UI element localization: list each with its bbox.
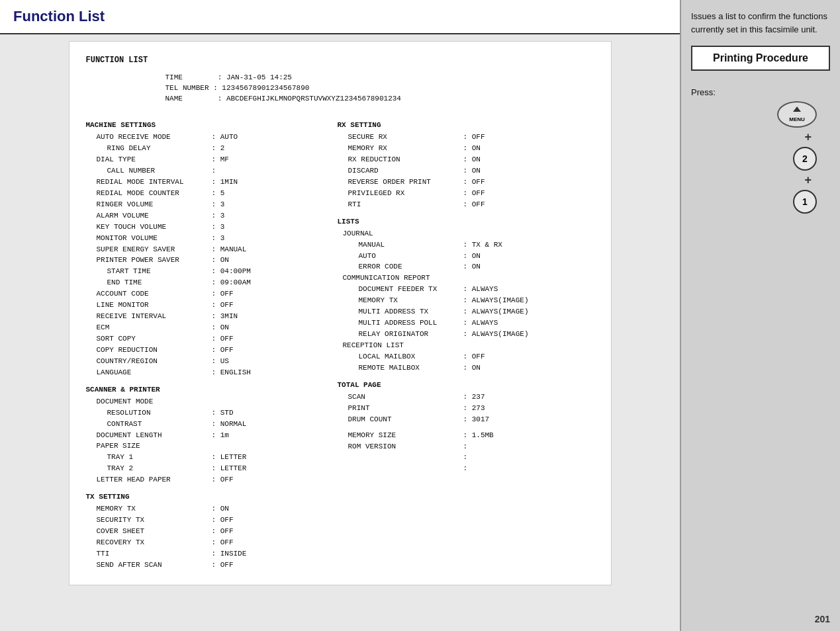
fl-label: RELAY ORIGINATOR bbox=[338, 329, 463, 340]
fl-label: PAPER SIZE bbox=[86, 441, 212, 452]
fl-label: MONITOR VOLUME bbox=[86, 233, 212, 244]
fl-row: SEND AFTER SCAN: OFF bbox=[86, 560, 338, 571]
fl-value bbox=[212, 441, 265, 452]
fl-value: : US bbox=[212, 357, 265, 367]
fl-label: PRINT bbox=[338, 403, 463, 414]
fl-row: JOURNAL bbox=[338, 229, 594, 239]
tx-setting-header: TX SETTING bbox=[86, 492, 338, 503]
fl-row: PRINT: 273 bbox=[338, 403, 594, 414]
fl-row: MEMORY TX: ALWAYS(IMAGE) bbox=[338, 296, 594, 306]
fl-row: RX REDUCTION: ON bbox=[338, 155, 594, 165]
fl-value: : 1m bbox=[212, 431, 265, 441]
fl-label: KEY TOUCH VOLUME bbox=[86, 222, 212, 233]
fl-row: TTI: INSIDE bbox=[86, 549, 338, 560]
fl-label: RX REDUCTION bbox=[338, 155, 463, 165]
fl-row: MEMORY SIZE: 1.5MB bbox=[338, 431, 594, 441]
fl-label: SUPER ENERGY SAVER bbox=[86, 245, 212, 255]
fl-value: : 1.5MB bbox=[463, 431, 516, 441]
fl-label: RECEIVE INTERVAL bbox=[86, 312, 212, 322]
menu-button[interactable]: MENU bbox=[777, 101, 817, 128]
fl-value: : ALWAYS bbox=[463, 318, 516, 329]
fl-row: COPY REDUCTION: OFF bbox=[86, 345, 338, 356]
fl-label: START TIME bbox=[86, 267, 212, 277]
fl-row: RELAY ORIGINATOR: ALWAYS(IMAGE) bbox=[338, 329, 594, 340]
fl-row: REDIAL MODE COUNTER: 5 bbox=[86, 189, 338, 199]
fl-value: : OFF bbox=[463, 352, 516, 362]
fl-label: TTI bbox=[86, 549, 212, 560]
fl-row: : bbox=[338, 452, 594, 463]
fl-value: : OFF bbox=[463, 132, 516, 143]
rx-setting-header: RX SETTING bbox=[338, 120, 594, 131]
fl-tel-value: : 12345678901234567890 bbox=[213, 84, 309, 92]
fl-label: COPY REDUCTION bbox=[86, 345, 212, 356]
fl-label: RECOVERY TX bbox=[86, 538, 212, 548]
fl-label: SECURE RX bbox=[338, 132, 463, 143]
fl-value: : bbox=[463, 452, 516, 463]
fl-label: ECM bbox=[86, 323, 212, 333]
fl-label: COVER SHEET bbox=[86, 526, 212, 537]
fl-label: MEMORY TX bbox=[338, 296, 463, 306]
fl-label: TRAY 1 bbox=[86, 452, 212, 463]
fl-label bbox=[338, 452, 463, 463]
fl-label: AUTO bbox=[338, 251, 463, 262]
fl-value: : bbox=[463, 464, 516, 474]
fl-label: DOCUMENT LENGTH bbox=[86, 431, 212, 441]
fl-row: ACCOUNT CODE: OFF bbox=[86, 289, 338, 300]
fl-label: LOCAL MAILBOX bbox=[338, 352, 463, 362]
memory-rom-section: MEMORY SIZE: 1.5MB ROM VERSION: : : bbox=[338, 431, 594, 475]
fl-row: AUTO RECEIVE MODE: AUTO bbox=[86, 132, 338, 143]
fl-row: DIAL TYPE: MF bbox=[86, 155, 338, 165]
fl-row: REVERSE ORDER PRINT: OFF bbox=[338, 177, 594, 188]
fl-value: : OFF bbox=[212, 334, 265, 345]
fl-row: DOCUMENT MODE bbox=[86, 397, 338, 407]
fl-value: : ON bbox=[463, 251, 516, 262]
fl-label: MEMORY RX bbox=[338, 144, 463, 154]
fl-label: ERROR CODE bbox=[338, 262, 463, 273]
fl-row: RINGER VOLUME: 3 bbox=[86, 200, 338, 210]
sidebar-description: Issues a list to confirm the functions c… bbox=[691, 10, 830, 36]
fl-label: COUNTRY/REGION bbox=[86, 357, 212, 367]
fl-row: TRAY 1: LETTER bbox=[86, 452, 338, 463]
fl-row: LANGUAGE: ENGLISH bbox=[86, 368, 338, 378]
fl-label: TRAY 2 bbox=[86, 464, 212, 474]
fl-label: DIAL TYPE bbox=[86, 155, 212, 165]
fl-tel-row: TEL NUMBER : 12345678901234567890 bbox=[165, 83, 594, 94]
fl-label: REDIAL MODE COUNTER bbox=[86, 189, 212, 199]
fl-value: : 3 bbox=[212, 211, 265, 222]
button-1[interactable]: 1 bbox=[793, 190, 817, 214]
fl-row: MANUAL: TX & RX bbox=[338, 240, 594, 251]
fl-row: SECURITY TX: OFF bbox=[86, 515, 338, 526]
fl-row: START TIME: 04:00PM bbox=[86, 267, 338, 277]
button-1-label: 1 bbox=[802, 196, 808, 207]
function-list-paper: FUNCTION LIST TIME : JAN-31-05 14:25 TEL… bbox=[69, 41, 612, 585]
lists-header: LISTS bbox=[338, 217, 594, 228]
button-2[interactable]: 2 bbox=[793, 147, 817, 171]
fl-label: DISCARD bbox=[338, 166, 463, 177]
fl-label: LINE MONITOR bbox=[86, 300, 212, 311]
total-page-header: TOTAL PAGE bbox=[338, 380, 594, 391]
fl-row: REDIAL MODE INTERVAL: 1MIN bbox=[86, 177, 338, 188]
fl-value: : OFF bbox=[212, 538, 265, 548]
fl-value: : OFF bbox=[212, 560, 265, 571]
fl-value: : 273 bbox=[463, 403, 516, 414]
fl-value: : 1MIN bbox=[212, 177, 265, 188]
fl-label: PRINTER POWER SAVER bbox=[86, 255, 212, 266]
fl-row: LETTER HEAD PAPER: OFF bbox=[86, 475, 338, 485]
printing-procedure-title: Printing Procedure bbox=[713, 52, 808, 63]
fl-row: CALL NUMBER: bbox=[86, 166, 338, 177]
page-header: Function List bbox=[0, 0, 680, 34]
fl-value: : bbox=[212, 166, 265, 177]
fl-time-value: : JAN-31-05 14:25 bbox=[218, 73, 292, 81]
fl-value: : ALWAYS(IMAGE) bbox=[463, 296, 529, 306]
fl-value: : STD bbox=[212, 408, 265, 419]
fl-row: COVER SHEET: OFF bbox=[86, 526, 338, 537]
fl-row: MULTI ADDRESS POLL: ALWAYS bbox=[338, 318, 594, 329]
fl-label: REMOTE MAILBOX bbox=[338, 363, 463, 374]
fl-value: : OFF bbox=[463, 189, 516, 199]
fl-name-row: NAME : ABCDEFGHIJKLMNOPQRSTUVWXYZ1234567… bbox=[165, 94, 594, 105]
fl-columns: MACHINE SETTINGS AUTO RECEIVE MODE: AUTO… bbox=[86, 114, 594, 571]
fl-row: ROM VERSION: bbox=[338, 442, 594, 452]
fl-value: : INSIDE bbox=[212, 549, 265, 560]
fl-value: : ENGLISH bbox=[212, 368, 265, 378]
fl-value: : 5 bbox=[212, 189, 265, 199]
